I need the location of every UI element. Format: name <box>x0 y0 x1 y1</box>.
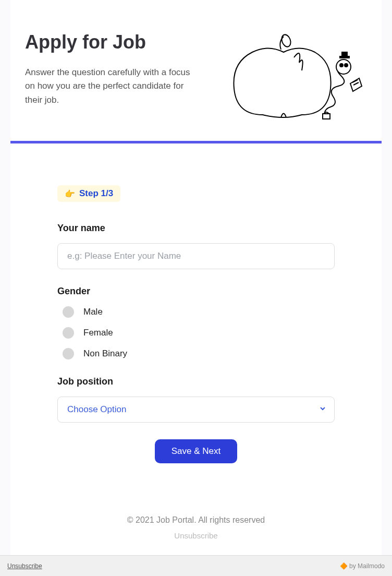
worm-apple-illustration <box>221 31 367 125</box>
radio-icon <box>63 348 74 359</box>
svg-rect-8 <box>323 114 330 119</box>
apple-icon <box>234 49 330 118</box>
header: Apply for Job Answer the question carefu… <box>10 21 382 143</box>
gender-label: Gender <box>57 286 335 297</box>
radio-label: Non Binary <box>83 349 127 359</box>
radio-label: Female <box>83 328 113 338</box>
mailmodo-credit: 🔶 by Mailmodo <box>340 562 385 570</box>
gender-radio-female[interactable]: Female <box>63 327 335 339</box>
name-label: Your name <box>57 223 335 234</box>
copyright-text: © 2021 Job Portal. All rights reserved <box>10 515 382 525</box>
gender-radio-nonbinary[interactable]: Non Binary <box>63 348 335 359</box>
svg-rect-5 <box>342 52 347 56</box>
step-indicator: 👉 Step 1/3 <box>57 185 120 202</box>
radio-icon <box>63 306 74 318</box>
position-select[interactable]: Choose Option <box>57 397 335 423</box>
unsubscribe-text: Unsubscribe <box>10 531 382 540</box>
svg-point-2 <box>340 64 343 67</box>
radio-icon <box>63 327 74 339</box>
page-subtitle: Answer the question carefully with a foc… <box>25 66 197 107</box>
radio-label: Male <box>83 307 103 317</box>
position-label: Job position <box>57 376 335 387</box>
worm-icon <box>323 52 362 119</box>
page-title: Apply for Job <box>25 31 197 53</box>
svg-point-1 <box>336 59 351 74</box>
pointing-icon: 👉 <box>65 189 75 199</box>
gender-radio-male[interactable]: Male <box>63 306 335 318</box>
svg-point-3 <box>345 64 348 67</box>
name-input[interactable] <box>57 243 335 269</box>
save-next-button[interactable]: Save & Next <box>155 439 238 463</box>
step-label: Step 1/3 <box>79 188 113 199</box>
unsubscribe-link[interactable]: Unsubscribe <box>7 562 42 570</box>
bottom-bar: Unsubscribe 🔶 by Mailmodo <box>0 555 392 576</box>
svg-point-0 <box>280 33 292 48</box>
